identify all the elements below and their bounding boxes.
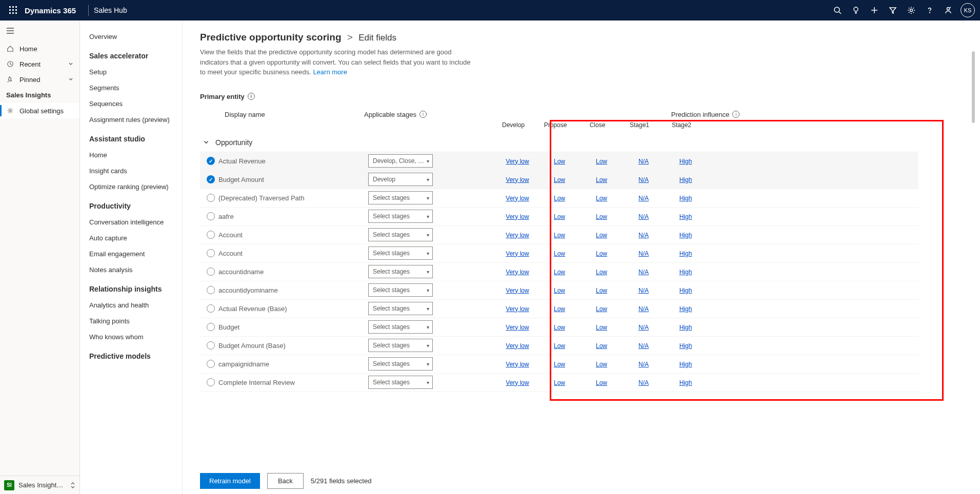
influence-link[interactable]: Low — [596, 232, 607, 239]
influence-link[interactable]: Low — [554, 158, 565, 165]
influence-link[interactable]: Low — [596, 176, 607, 183]
stage-select[interactable]: Select stages▾ — [368, 283, 433, 297]
stage-select[interactable]: Select stages▾ — [368, 302, 433, 315]
area-switcher[interactable]: SI Sales Insights sett… — [0, 476, 79, 494]
stage-select[interactable]: Select stages▾ — [368, 228, 433, 241]
stage-select[interactable]: Develop▾ — [368, 173, 433, 186]
app-launcher-icon[interactable] — [5, 2, 22, 18]
influence-link[interactable]: High — [679, 379, 692, 386]
influence-link[interactable]: High — [679, 305, 692, 313]
influence-link[interactable]: Very low — [506, 305, 529, 313]
user-avatar[interactable]: KS — [961, 3, 975, 17]
settings-icon[interactable] — [902, 0, 921, 20]
influence-link[interactable]: Very low — [506, 269, 529, 276]
influence-link[interactable]: High — [679, 195, 692, 202]
checkbox-unchecked[interactable] — [207, 212, 215, 220]
influence-link[interactable]: N/A — [638, 379, 649, 386]
influence-link[interactable]: Very low — [506, 195, 529, 202]
influence-link[interactable]: Low — [596, 213, 607, 220]
influence-link[interactable]: Low — [554, 232, 565, 239]
influence-link[interactable]: Low — [554, 361, 565, 368]
influence-link[interactable]: Low — [596, 250, 607, 257]
retrain-button[interactable]: Retrain model — [200, 473, 260, 489]
nav-recent[interactable]: Recent — [0, 56, 79, 72]
nav2-talking[interactable]: Talking points — [80, 313, 182, 329]
brand-label[interactable]: Dynamics 365 — [25, 6, 76, 15]
influence-link[interactable]: N/A — [638, 158, 649, 165]
influence-link[interactable]: Low — [596, 287, 607, 294]
influence-link[interactable]: High — [679, 176, 692, 183]
influence-link[interactable]: Low — [596, 342, 607, 349]
back-button[interactable]: Back — [267, 473, 304, 489]
stage-select[interactable]: Select stages▾ — [368, 357, 433, 370]
influence-link[interactable]: N/A — [638, 176, 649, 183]
influence-link[interactable]: N/A — [638, 232, 649, 239]
filter-icon[interactable] — [884, 0, 902, 20]
nav2-optimize[interactable]: Optimize ranking (preview) — [80, 179, 182, 195]
influence-link[interactable]: Low — [596, 361, 607, 368]
influence-link[interactable]: Very low — [506, 361, 529, 368]
influence-link[interactable]: Very low — [506, 232, 529, 239]
lightbulb-icon[interactable] — [847, 0, 865, 20]
influence-link[interactable]: Very low — [506, 213, 529, 220]
influence-link[interactable]: Low — [596, 195, 607, 202]
influence-link[interactable]: N/A — [638, 305, 649, 313]
stage-select[interactable]: Select stages▾ — [368, 265, 433, 278]
influence-link[interactable]: Very low — [506, 176, 529, 183]
nav2-sequences[interactable]: Sequences — [80, 96, 182, 112]
add-icon[interactable] — [865, 0, 884, 20]
influence-link[interactable]: Low — [554, 379, 565, 386]
influence-link[interactable]: N/A — [638, 361, 649, 368]
scrollbar[interactable] — [972, 51, 975, 123]
influence-link[interactable]: Low — [554, 305, 565, 313]
app-name[interactable]: Sales Hub — [94, 6, 127, 14]
influence-link[interactable]: Low — [554, 195, 565, 202]
influence-link[interactable]: N/A — [638, 250, 649, 257]
influence-link[interactable]: High — [679, 324, 692, 331]
learn-more-link[interactable]: Learn more — [313, 68, 347, 76]
influence-link[interactable]: Low — [554, 250, 565, 257]
checkbox-unchecked[interactable] — [207, 194, 215, 202]
influence-link[interactable]: High — [679, 287, 692, 294]
assistant-icon[interactable] — [939, 0, 957, 20]
nav2-setup[interactable]: Setup — [80, 64, 182, 80]
info-icon[interactable]: i — [248, 93, 255, 100]
influence-link[interactable]: Very low — [506, 250, 529, 257]
stage-select[interactable]: Select stages▾ — [368, 210, 433, 223]
checkbox-unchecked[interactable] — [207, 323, 215, 331]
influence-link[interactable]: Low — [596, 269, 607, 276]
influence-link[interactable]: Very low — [506, 287, 529, 294]
influence-link[interactable]: Low — [554, 176, 565, 183]
nav2-notes[interactable]: Notes analysis — [80, 262, 182, 278]
nav2-conv-intel[interactable]: Conversation intelligence — [80, 214, 182, 230]
influence-link[interactable]: Very low — [506, 324, 529, 331]
influence-link[interactable]: High — [679, 232, 692, 239]
checkbox-unchecked[interactable] — [207, 341, 215, 349]
info-icon[interactable]: i — [419, 111, 427, 118]
nav2-analytics[interactable]: Analytics and health — [80, 297, 182, 313]
nav2-who-knows[interactable]: Who knows whom — [80, 329, 182, 345]
nav2-segments[interactable]: Segments — [80, 80, 182, 96]
influence-link[interactable]: Very low — [506, 158, 529, 165]
influence-link[interactable]: Low — [596, 305, 607, 313]
checkbox-unchecked[interactable] — [207, 304, 215, 313]
nav2-email-eng[interactable]: Email engagement — [80, 246, 182, 262]
influence-link[interactable]: Low — [554, 287, 565, 294]
checkbox-unchecked[interactable] — [207, 249, 215, 257]
influence-link[interactable]: N/A — [638, 213, 649, 220]
help-icon[interactable] — [921, 0, 939, 20]
influence-link[interactable]: Low — [596, 379, 607, 386]
influence-link[interactable]: Low — [554, 342, 565, 349]
hamburger-icon[interactable] — [0, 20, 79, 41]
crumb-parent[interactable]: Predictive opportunity scoring — [200, 32, 342, 43]
checkbox-unchecked[interactable] — [207, 231, 215, 239]
influence-link[interactable]: Low — [554, 324, 565, 331]
influence-link[interactable]: N/A — [638, 324, 649, 331]
influence-link[interactable]: N/A — [638, 195, 649, 202]
influence-link[interactable]: Low — [554, 213, 565, 220]
influence-link[interactable]: Low — [596, 324, 607, 331]
influence-link[interactable]: High — [679, 361, 692, 368]
checkbox-unchecked[interactable] — [207, 286, 215, 294]
info-icon[interactable]: i — [732, 111, 739, 118]
checkbox-unchecked[interactable] — [207, 267, 215, 276]
